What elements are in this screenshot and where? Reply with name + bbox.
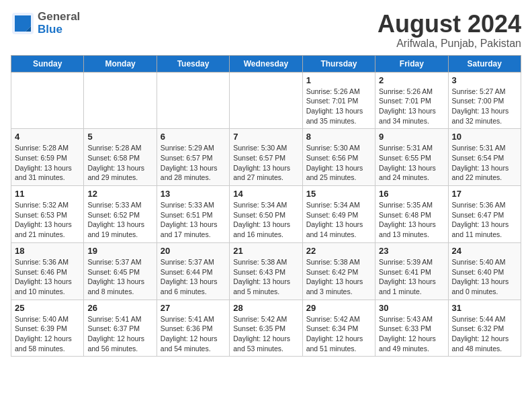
calendar-cell [11, 72, 84, 129]
calendar-cell: 16Sunrise: 5:35 AM Sunset: 6:48 PM Dayli… [375, 186, 448, 243]
calendar-dow-friday: Friday [375, 55, 448, 72]
day-info: Sunrise: 5:36 AM Sunset: 6:46 PM Dayligh… [15, 257, 80, 297]
calendar-cell [84, 72, 157, 129]
day-info: Sunrise: 5:40 AM Sunset: 6:39 PM Dayligh… [15, 314, 80, 354]
calendar-cell: 7Sunrise: 5:30 AM Sunset: 6:57 PM Daylig… [230, 129, 302, 186]
calendar-cell: 6Sunrise: 5:29 AM Sunset: 6:57 PM Daylig… [157, 129, 229, 186]
day-info: Sunrise: 5:34 AM Sunset: 6:49 PM Dayligh… [306, 200, 371, 240]
day-number: 12 [87, 189, 152, 199]
day-info: Sunrise: 5:30 AM Sunset: 6:56 PM Dayligh… [306, 143, 371, 183]
calendar-cell: 10Sunrise: 5:31 AM Sunset: 6:54 PM Dayli… [448, 129, 521, 186]
day-info: Sunrise: 5:41 AM Sunset: 6:37 PM Dayligh… [87, 314, 152, 354]
day-info: Sunrise: 5:38 AM Sunset: 6:43 PM Dayligh… [233, 257, 298, 297]
day-info: Sunrise: 5:28 AM Sunset: 6:59 PM Dayligh… [15, 143, 80, 183]
calendar-dow-thursday: Thursday [302, 55, 375, 72]
day-number: 22 [306, 246, 371, 256]
calendar-week-4: 18Sunrise: 5:36 AM Sunset: 6:46 PM Dayli… [11, 242, 521, 300]
day-info: Sunrise: 5:35 AM Sunset: 6:48 PM Dayligh… [379, 200, 444, 240]
day-info: Sunrise: 5:37 AM Sunset: 6:45 PM Dayligh… [87, 257, 152, 297]
day-number: 30 [379, 303, 444, 313]
logo-text: General Blue [38, 11, 80, 36]
day-info: Sunrise: 5:29 AM Sunset: 6:57 PM Dayligh… [161, 143, 226, 183]
calendar-cell: 31Sunrise: 5:44 AM Sunset: 6:32 PM Dayli… [448, 300, 521, 357]
calendar-cell: 1Sunrise: 5:26 AM Sunset: 7:01 PM Daylig… [302, 72, 375, 129]
calendar-cell: 4Sunrise: 5:28 AM Sunset: 6:59 PM Daylig… [11, 129, 84, 186]
day-info: Sunrise: 5:31 AM Sunset: 6:54 PM Dayligh… [452, 143, 517, 183]
calendar-dow-monday: Monday [84, 55, 157, 72]
calendar-cell: 13Sunrise: 5:33 AM Sunset: 6:51 PM Dayli… [157, 186, 229, 243]
day-info: Sunrise: 5:40 AM Sunset: 6:40 PM Dayligh… [452, 257, 517, 297]
day-number: 28 [233, 303, 298, 313]
day-info: Sunrise: 5:32 AM Sunset: 6:53 PM Dayligh… [15, 200, 80, 240]
day-number: 7 [233, 132, 298, 142]
calendar-cell: 9Sunrise: 5:31 AM Sunset: 6:55 PM Daylig… [375, 129, 448, 186]
calendar-cell: 28Sunrise: 5:42 AM Sunset: 6:35 PM Dayli… [230, 300, 302, 357]
calendar-cell: 12Sunrise: 5:33 AM Sunset: 6:52 PM Dayli… [84, 186, 157, 243]
day-info: Sunrise: 5:33 AM Sunset: 6:52 PM Dayligh… [87, 200, 152, 240]
calendar-cell: 27Sunrise: 5:41 AM Sunset: 6:36 PM Dayli… [157, 300, 229, 357]
page-subtitle: Arifwala, Punjab, Pakistan [378, 38, 521, 50]
day-info: Sunrise: 5:42 AM Sunset: 6:35 PM Dayligh… [233, 314, 298, 354]
calendar-cell: 30Sunrise: 5:43 AM Sunset: 6:33 PM Dayli… [375, 300, 448, 357]
day-info: Sunrise: 5:39 AM Sunset: 6:41 PM Dayligh… [379, 257, 444, 297]
calendar-cell: 17Sunrise: 5:36 AM Sunset: 6:47 PM Dayli… [448, 186, 521, 243]
day-number: 13 [161, 189, 226, 199]
day-number: 24 [452, 246, 517, 256]
day-number: 19 [87, 246, 152, 256]
calendar-cell: 2Sunrise: 5:26 AM Sunset: 7:01 PM Daylig… [375, 72, 448, 129]
day-info: Sunrise: 5:28 AM Sunset: 6:58 PM Dayligh… [87, 143, 152, 183]
day-number: 20 [161, 246, 226, 256]
calendar-cell: 29Sunrise: 5:42 AM Sunset: 6:34 PM Dayli… [302, 300, 375, 357]
logo-general: General [38, 11, 80, 24]
calendar-week-1: 1Sunrise: 5:26 AM Sunset: 7:01 PM Daylig… [11, 72, 521, 129]
day-number: 18 [15, 246, 80, 256]
day-info: Sunrise: 5:34 AM Sunset: 6:50 PM Dayligh… [233, 200, 298, 240]
calendar-cell: 26Sunrise: 5:41 AM Sunset: 6:37 PM Dayli… [84, 300, 157, 357]
calendar-cell: 18Sunrise: 5:36 AM Sunset: 6:46 PM Dayli… [11, 242, 84, 300]
day-info: Sunrise: 5:33 AM Sunset: 6:51 PM Dayligh… [161, 200, 226, 240]
calendar-cell: 3Sunrise: 5:27 AM Sunset: 7:00 PM Daylig… [448, 72, 521, 129]
calendar-cell: 24Sunrise: 5:40 AM Sunset: 6:40 PM Dayli… [448, 242, 521, 300]
calendar-cell: 14Sunrise: 5:34 AM Sunset: 6:50 PM Dayli… [230, 186, 302, 243]
day-number: 2 [379, 75, 444, 85]
day-number: 4 [15, 132, 80, 142]
day-info: Sunrise: 5:31 AM Sunset: 6:55 PM Dayligh… [379, 143, 444, 183]
header: General Blue August 2024 Arifwala, Punja… [11, 11, 521, 50]
day-number: 9 [379, 132, 444, 142]
day-number: 8 [306, 132, 371, 142]
day-number: 25 [15, 303, 80, 313]
calendar-header-row: SundayMondayTuesdayWednesdayThursdayFrid… [11, 55, 521, 72]
calendar-cell: 15Sunrise: 5:34 AM Sunset: 6:49 PM Dayli… [302, 186, 375, 243]
logo-icon [11, 11, 35, 36]
page-title: August 2024 [378, 11, 521, 38]
day-number: 21 [233, 246, 298, 256]
calendar-cell [157, 72, 229, 129]
calendar-week-2: 4Sunrise: 5:28 AM Sunset: 6:59 PM Daylig… [11, 129, 521, 186]
calendar-dow-wednesday: Wednesday [230, 55, 302, 72]
day-number: 26 [87, 303, 152, 313]
day-number: 17 [452, 189, 517, 199]
day-number: 14 [233, 189, 298, 199]
calendar-dow-sunday: Sunday [11, 55, 84, 72]
day-info: Sunrise: 5:27 AM Sunset: 7:00 PM Dayligh… [452, 87, 517, 126]
calendar-cell: 8Sunrise: 5:30 AM Sunset: 6:56 PM Daylig… [302, 129, 375, 186]
day-info: Sunrise: 5:26 AM Sunset: 7:01 PM Dayligh… [379, 87, 444, 126]
day-number: 6 [161, 132, 226, 142]
day-info: Sunrise: 5:30 AM Sunset: 6:57 PM Dayligh… [233, 143, 298, 183]
day-number: 29 [306, 303, 371, 313]
calendar-cell: 21Sunrise: 5:38 AM Sunset: 6:43 PM Dayli… [230, 242, 302, 300]
day-number: 3 [452, 75, 517, 85]
day-number: 10 [452, 132, 517, 142]
logo-blue: Blue [38, 24, 80, 36]
calendar-cell: 20Sunrise: 5:37 AM Sunset: 6:44 PM Dayli… [157, 242, 229, 300]
calendar-cell [230, 72, 302, 129]
day-number: 1 [306, 75, 371, 85]
day-info: Sunrise: 5:42 AM Sunset: 6:34 PM Dayligh… [306, 314, 371, 354]
day-info: Sunrise: 5:44 AM Sunset: 6:32 PM Dayligh… [452, 314, 517, 354]
calendar-cell: 11Sunrise: 5:32 AM Sunset: 6:53 PM Dayli… [11, 186, 84, 243]
calendar-week-5: 25Sunrise: 5:40 AM Sunset: 6:39 PM Dayli… [11, 300, 521, 357]
calendar-cell: 5Sunrise: 5:28 AM Sunset: 6:58 PM Daylig… [84, 129, 157, 186]
day-number: 31 [452, 303, 517, 313]
calendar-table: SundayMondayTuesdayWednesdayThursdayFrid… [11, 55, 521, 357]
day-info: Sunrise: 5:41 AM Sunset: 6:36 PM Dayligh… [161, 314, 226, 354]
